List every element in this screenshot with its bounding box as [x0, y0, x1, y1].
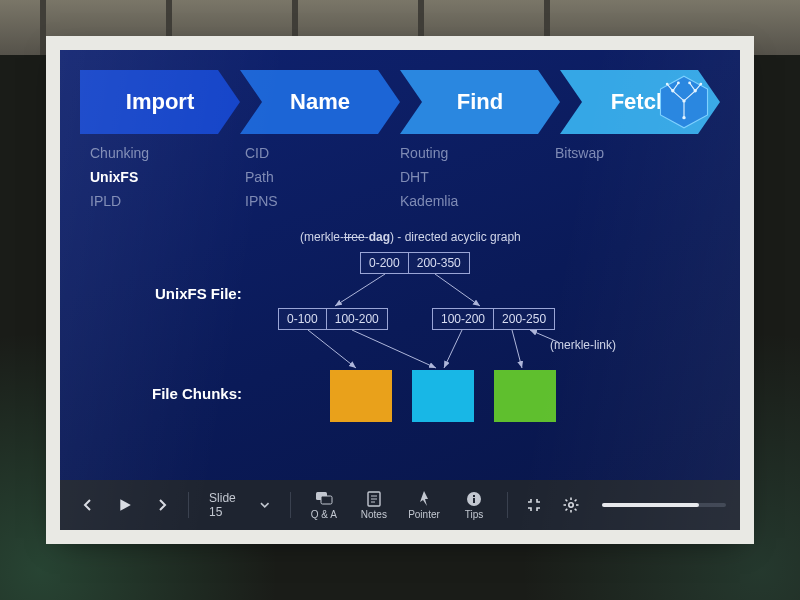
projector-screen: Import Name Find Fetch [60, 50, 740, 530]
ipfs-logo-icon [656, 74, 712, 130]
svg-point-12 [666, 83, 669, 86]
svg-line-16 [335, 274, 385, 306]
zoom-slider[interactable] [602, 503, 726, 507]
ceiling [0, 0, 800, 55]
qa-button[interactable]: Q & A [303, 491, 345, 520]
chat-icon [315, 491, 333, 507]
svg-point-10 [671, 89, 674, 92]
svg-line-18 [308, 330, 356, 368]
file-chunk-3 [494, 370, 556, 422]
process-chevrons: Import Name Find Fetch [80, 70, 720, 134]
chevron-name: Name [240, 70, 400, 134]
svg-line-38 [575, 509, 577, 511]
chevron-find: Find [400, 70, 560, 134]
label-file-chunks: File Chunks: [152, 385, 242, 402]
dag-caption: (merkle-tree-dag) - directed acyclic gra… [300, 230, 521, 244]
col-find: Routing DHT Kademlia [400, 142, 555, 213]
play-button[interactable] [111, 490, 140, 520]
col-fetch: Bitswap [555, 142, 710, 213]
merkle-link-annotation: (merkle-link) [550, 338, 616, 352]
topic-columns: Chunking UnixFS IPLD CID Path IPNS Routi… [90, 142, 710, 213]
svg-point-13 [677, 82, 680, 85]
file-chunk-2 [412, 370, 474, 422]
notes-button[interactable]: Notes [353, 491, 395, 520]
merkle-dag-diagram: (merkle-tree-dag) - directed acyclic gra… [60, 230, 740, 470]
gear-icon [563, 497, 579, 513]
chevron-import: Import [80, 70, 240, 134]
svg-point-14 [688, 82, 691, 85]
svg-rect-31 [473, 495, 475, 497]
file-chunk-1 [330, 370, 392, 422]
svg-point-11 [694, 89, 697, 92]
notes-icon [367, 491, 381, 507]
chevron-down-icon [260, 500, 269, 510]
presentation-toolbar: Slide 15 Q & A Notes Pointer Ti [60, 480, 740, 530]
svg-point-8 [682, 116, 685, 119]
svg-line-20 [444, 330, 462, 368]
svg-line-17 [435, 274, 480, 306]
next-slide-button[interactable] [147, 490, 176, 520]
col-name: CID Path IPNS [245, 142, 400, 213]
dag-root-node: 0-200200-350 [360, 252, 470, 274]
svg-rect-24 [321, 496, 332, 504]
tips-button[interactable]: Tips [453, 491, 495, 520]
pointer-button[interactable]: Pointer [403, 491, 445, 520]
dag-left-node: 0-100100-200 [278, 308, 388, 330]
zoom-slider-fill [602, 503, 699, 507]
pointer-icon [418, 491, 430, 507]
svg-point-32 [569, 503, 573, 507]
svg-point-9 [682, 99, 685, 102]
svg-line-21 [512, 330, 522, 368]
toolbar-divider [507, 492, 508, 518]
svg-rect-30 [473, 498, 475, 503]
dag-right-node: 100-200200-250 [432, 308, 555, 330]
col-import: Chunking UnixFS IPLD [90, 142, 245, 213]
exit-fullscreen-button[interactable] [520, 490, 549, 520]
slide-number-label: Slide 15 [209, 491, 250, 519]
svg-line-19 [352, 330, 436, 368]
svg-line-40 [566, 509, 568, 511]
toolbar-divider [188, 492, 189, 518]
svg-line-39 [575, 500, 577, 502]
info-icon [466, 491, 482, 507]
slide-selector[interactable]: Slide 15 [201, 491, 278, 519]
svg-line-37 [566, 500, 568, 502]
label-unixfs-file: UnixFS File: [155, 285, 242, 302]
svg-point-15 [699, 83, 702, 86]
toolbar-divider [290, 492, 291, 518]
settings-button[interactable] [557, 490, 586, 520]
prev-slide-button[interactable] [74, 490, 103, 520]
